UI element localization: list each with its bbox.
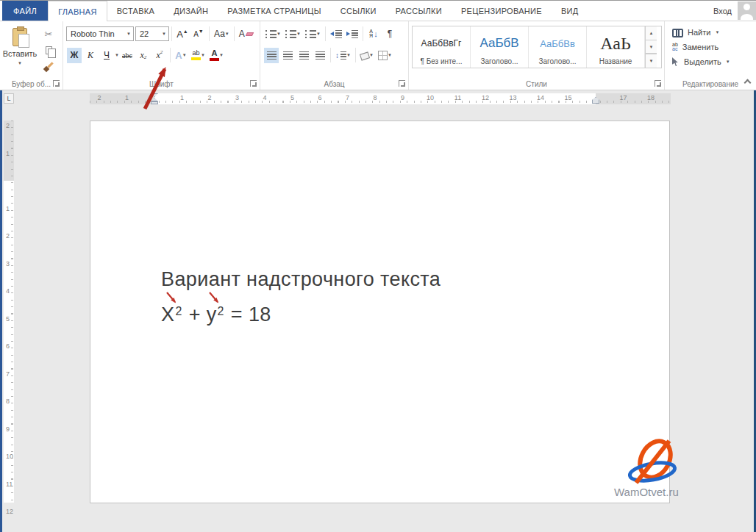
ruler-number: 1 bbox=[125, 94, 129, 101]
shading-button[interactable]: ▼ bbox=[359, 48, 375, 63]
font-group-label: Шрифт bbox=[63, 80, 260, 88]
tab-view[interactable]: ВИД bbox=[552, 1, 588, 21]
clear-formatting-icon: А bbox=[239, 29, 245, 39]
font-dialog-launcher[interactable] bbox=[250, 80, 257, 87]
clear-formatting-button[interactable]: А bbox=[238, 26, 254, 42]
first-line-indent-marker[interactable] bbox=[151, 93, 158, 97]
tab-review[interactable]: РЕЦЕНЗИРОВАНИЕ bbox=[452, 1, 552, 21]
paste-dropdown-caret[interactable]: ▼ bbox=[18, 61, 22, 65]
sort-icon: АЯ↓ bbox=[369, 29, 378, 38]
ruler-number: 4 bbox=[6, 287, 10, 295]
align-left-button[interactable] bbox=[264, 48, 279, 63]
ruler-ticks bbox=[90, 101, 671, 103]
grow-font-icon: А bbox=[176, 29, 183, 40]
replace-button[interactable]: abac Заменить bbox=[672, 40, 754, 54]
styles-dialog-launcher[interactable] bbox=[655, 80, 661, 87]
ruler-number: 1 bbox=[180, 94, 184, 101]
horizontal-ruler[interactable]: 211234567891011121314151718 bbox=[90, 93, 671, 104]
replace-label: Заменить bbox=[682, 43, 718, 51]
numbering-button[interactable]: ▼ bbox=[284, 26, 302, 42]
vertical-ruler[interactable]: 21123456789101112 bbox=[4, 121, 14, 503]
right-indent-marker[interactable] bbox=[592, 97, 599, 104]
grow-font-button[interactable]: А▲ bbox=[175, 26, 190, 42]
tab-stop-selector[interactable]: L bbox=[4, 93, 14, 104]
underline-caret[interactable]: ▼ bbox=[115, 53, 119, 57]
decrease-indent-button[interactable] bbox=[329, 26, 343, 42]
align-center-button[interactable] bbox=[280, 48, 295, 63]
tab-references[interactable]: ССЫЛКИ bbox=[331, 1, 386, 21]
format-painter-button[interactable] bbox=[40, 59, 57, 73]
subscript-button[interactable]: x2 bbox=[136, 48, 151, 63]
cut-button[interactable]: ✂ bbox=[40, 26, 57, 41]
paragraph-group-label: Абзац bbox=[260, 80, 408, 88]
document-title-text[interactable]: Вариант надстрочного текста bbox=[161, 268, 441, 291]
shrink-font-button[interactable]: А▼ bbox=[191, 26, 206, 42]
style-preview: АаЬ bbox=[600, 29, 630, 57]
tab-insert[interactable]: ВСТАВКА bbox=[107, 1, 164, 21]
user-avatar-icon[interactable] bbox=[738, 1, 756, 20]
styles-scroll-down-button[interactable]: ▼ bbox=[645, 40, 657, 54]
tab-home[interactable]: ГЛАВНАЯ bbox=[48, 1, 107, 21]
highlight-color-button[interactable]: ab ▼ bbox=[190, 48, 207, 63]
align-right-button[interactable] bbox=[296, 48, 311, 63]
numbering-icon bbox=[285, 30, 296, 38]
style-no-spacing[interactable]: АаБбВвГг ¶ Без инте... bbox=[413, 26, 471, 68]
styles-more-button[interactable]: ▼ bbox=[645, 54, 657, 68]
font-group: Roboto Thin ▼ 22 ▼ А▲ А▼ Аа▼ А Ж К Ч ▼ bbox=[63, 21, 260, 90]
bullets-icon bbox=[265, 30, 277, 38]
find-caret: ▼ bbox=[715, 30, 719, 35]
style-heading1[interactable]: АаБбВ Заголово... bbox=[471, 26, 529, 68]
sort-button[interactable]: АЯ↓ bbox=[366, 26, 381, 42]
tab-file[interactable]: ФАЙЛ bbox=[2, 1, 48, 21]
select-label: Выделить bbox=[684, 57, 721, 66]
ruler-number: 8 bbox=[373, 94, 377, 101]
italic-button[interactable]: К bbox=[83, 48, 98, 63]
justify-button[interactable] bbox=[313, 48, 327, 63]
bullets-button[interactable]: ▼ bbox=[264, 26, 282, 42]
tab-design[interactable]: ДИЗАЙН bbox=[164, 1, 218, 21]
tab-mailings[interactable]: РАССЫЛКИ bbox=[386, 1, 452, 21]
font-color-button[interactable]: А ▼ bbox=[208, 48, 225, 63]
copy-button[interactable] bbox=[40, 43, 57, 57]
font-name-combo[interactable]: Roboto Thin ▼ bbox=[66, 26, 134, 41]
scissors-icon: ✂ bbox=[45, 29, 53, 40]
style-heading2[interactable]: АаБбВв Заголово... bbox=[529, 26, 587, 68]
font-size-combo[interactable]: 22 ▼ bbox=[135, 26, 169, 41]
paragraph-dialog-launcher[interactable] bbox=[399, 80, 405, 87]
style-preview: АаБбВвГг bbox=[421, 29, 462, 57]
clipboard-dialog-launcher[interactable] bbox=[53, 80, 60, 87]
style-name: Название bbox=[599, 57, 632, 68]
select-caret: ▼ bbox=[726, 60, 730, 64]
strikethrough-button[interactable]: abc bbox=[120, 48, 135, 63]
ruler-number: 6 bbox=[6, 342, 10, 350]
paste-clipboard-icon bbox=[13, 28, 27, 46]
left-indent-marker[interactable] bbox=[151, 101, 158, 104]
ruler-number: 2 bbox=[97, 94, 101, 101]
document-formula-text[interactable]: X2 + y2 = 18 bbox=[161, 303, 271, 326]
bold-button[interactable]: Ж bbox=[67, 48, 82, 63]
underline-button[interactable]: Ч bbox=[99, 48, 114, 63]
increase-indent-icon bbox=[346, 30, 358, 38]
sign-in-label[interactable]: Вход bbox=[713, 7, 732, 15]
find-button[interactable]: Найти ▼ bbox=[672, 25, 754, 40]
ruler-number: 18 bbox=[647, 94, 655, 101]
borders-button[interactable]: ▼ bbox=[377, 48, 393, 63]
paste-button[interactable]: Вставить ▼ bbox=[3, 25, 37, 75]
style-title[interactable]: АаЬ Название bbox=[587, 26, 645, 68]
text-effects-button[interactable]: А▼ bbox=[174, 48, 188, 63]
ruler-number: 11 bbox=[6, 481, 13, 488]
line-spacing-button[interactable]: ↕▼ bbox=[334, 48, 352, 63]
styles-group: АаБбВвГг ¶ Без инте... АаБбВ Заголово...… bbox=[409, 21, 665, 90]
show-marks-button[interactable]: ¶ bbox=[382, 26, 397, 42]
styles-scroll-up-button[interactable]: ▲ bbox=[645, 26, 657, 40]
change-case-button[interactable]: Аа▼ bbox=[213, 26, 231, 42]
superscript-button[interactable]: x2 bbox=[152, 48, 167, 63]
find-label: Найти bbox=[688, 28, 710, 37]
multilevel-list-button[interactable]: ▼ bbox=[304, 26, 322, 42]
select-button[interactable]: Выделить ▼ bbox=[672, 54, 754, 69]
tab-page-layout[interactable]: РАЗМЕТКА СТРАНИЦЫ bbox=[218, 1, 331, 21]
justify-icon bbox=[315, 51, 325, 60]
increase-indent-button[interactable] bbox=[345, 26, 360, 42]
style-preview: АаБбВ bbox=[479, 29, 518, 57]
document-page[interactable]: Вариант надстрочного текста X2 + y2 = 18 bbox=[90, 121, 670, 503]
